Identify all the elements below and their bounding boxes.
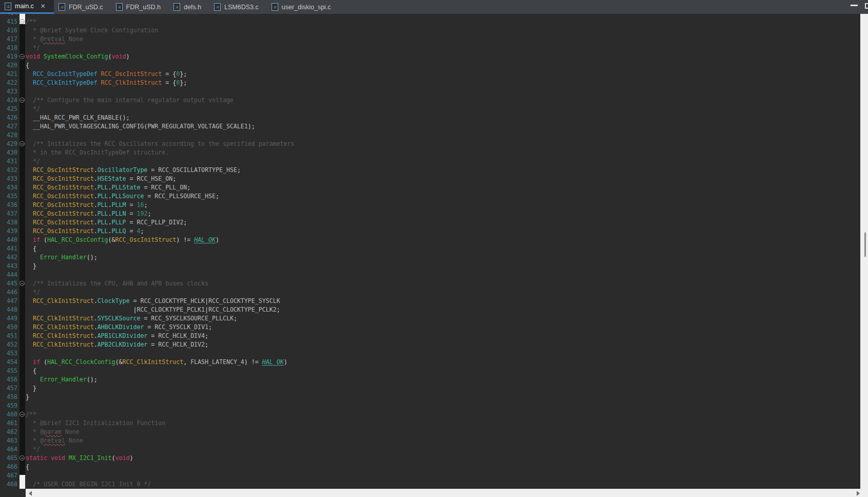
code-line[interactable]: 432 RCC_OscInitStruct.OscillatorType = R… (0, 166, 860, 175)
code-line[interactable]: 425 */ (0, 105, 860, 113)
code-line[interactable]: 416 * @brief System Clock Configuration (0, 26, 860, 35)
code-line[interactable]: 429 /** Initializes the RCC Oscillators … (0, 140, 860, 148)
fold-margin (20, 122, 25, 131)
code-line[interactable]: 467 (0, 471, 860, 480)
code-line[interactable]: 435 RCC_OscInitStruct.PLL.PLLSource = RC… (0, 192, 860, 201)
fold-margin (20, 454, 25, 463)
code-line[interactable]: 447 RCC_ClkInitStruct.ClockType = RCC_CL… (0, 297, 860, 305)
code-line[interactable]: 458} (0, 393, 860, 402)
code-text: if (HAL_RCC_OscConfig(&RCC_OscInitStruct… (25, 236, 219, 244)
code-line[interactable]: 418 */ (0, 44, 860, 52)
scroll-right-arrow-icon[interactable] (857, 491, 860, 496)
code-line[interactable]: 457 } (0, 384, 860, 393)
fold-collapse-icon[interactable] (20, 281, 25, 286)
code-line[interactable]: 464 */ (0, 445, 860, 454)
code-line[interactable]: 420{ (0, 61, 860, 70)
line-number: 423 (0, 87, 20, 96)
code-editor[interactable]: 414415/**416 * @brief System Clock Confi… (0, 14, 860, 489)
code-line[interactable]: 417 * @retval None (0, 35, 860, 44)
code-line[interactable]: 437 RCC_OscInitStruct.PLL.PLLN = 192; (0, 209, 860, 218)
line-number: 419 (0, 52, 20, 61)
tab-main.c[interactable]: .cmain.c✕ (0, 0, 54, 14)
tab-LSM6DS3.c[interactable]: .cLSM6DS3.c (209, 0, 267, 14)
code-line[interactable]: 431 */ (0, 157, 860, 166)
code-line[interactable]: 456 Error_Handler(); (0, 375, 860, 384)
fold-margin (20, 297, 25, 305)
fold-margin (20, 131, 25, 140)
code-line[interactable]: 453 (0, 349, 860, 358)
line-number: 443 (0, 262, 20, 271)
code-line[interactable]: 461 * @brief I2C1 Initialization Functio… (0, 419, 860, 428)
fold-collapse-icon[interactable] (20, 98, 25, 103)
code-line[interactable]: 455 { (0, 367, 860, 375)
tab-close-icon[interactable]: ✕ (41, 3, 46, 10)
fold-margin (20, 471, 25, 480)
tab-user_diskio_spi.c[interactable]: .cuser_diskio_spi.c (267, 0, 339, 14)
tab-FDR_uSD.c[interactable]: .cFDR_uSD.c (54, 0, 111, 14)
minimize-icon[interactable] (851, 5, 858, 6)
fold-collapse-icon[interactable] (20, 455, 25, 461)
code-line[interactable]: 428 (0, 131, 860, 140)
tab-FDR_uSD.h[interactable]: .cFDR_uSD.h (111, 0, 169, 14)
code-line[interactable]: 441 { (0, 244, 860, 253)
code-line[interactable]: 468 /* USER CODE BEGIN I2C1 Init 0 */ (0, 480, 860, 489)
code-line[interactable]: 430 * in the RCC_OscInitTypeDef structur… (0, 148, 860, 157)
tab-label: LSM6DS3.c (224, 4, 259, 11)
code-line[interactable]: 423 (0, 87, 860, 96)
code-line[interactable]: 421 RCC_OscInitTypeDef RCC_OscInitStruct… (0, 70, 860, 79)
code-line[interactable]: 446 */ (0, 288, 860, 297)
line-number: 461 (0, 419, 20, 428)
line-number: 434 (0, 183, 20, 192)
line-number: 424 (0, 96, 20, 105)
code-line[interactable]: 415/** (0, 17, 860, 26)
fold-margin (20, 271, 25, 279)
code-line[interactable]: 462 * @param None (0, 428, 860, 436)
code-line[interactable]: 443 } (0, 262, 860, 271)
fold-collapse-icon[interactable] (20, 141, 25, 146)
scroll-left-arrow-icon[interactable] (29, 491, 32, 496)
code-line[interactable]: 465static void MX_I2C1_Init(void) (0, 454, 860, 463)
code-line[interactable]: 439 RCC_OscInitStruct.PLL.PLLQ = 4; (0, 227, 860, 236)
code-line[interactable]: 442 Error_Handler(); (0, 253, 860, 262)
code-line[interactable]: 450 RCC_ClkInitStruct.AHBCLKDivider = RC… (0, 323, 860, 332)
code-line[interactable]: 445 /** Initializes the CPU, AHB and APB… (0, 279, 860, 288)
code-line[interactable]: 451 RCC_ClkInitStruct.APB1CLKDivider = R… (0, 332, 860, 340)
fold-margin (20, 244, 25, 253)
code-line[interactable]: 434 RCC_OscInitStruct.PLL.PLLState = RCC… (0, 183, 860, 192)
code-line[interactable]: 433 RCC_OscInitStruct.HSEState = RCC_HSE… (0, 175, 860, 183)
code-line[interactable]: 449 RCC_ClkInitStruct.SYSCLKSource = RCC… (0, 314, 860, 323)
code-line[interactable]: 459 (0, 402, 860, 410)
code-line[interactable]: 460/** (0, 410, 860, 419)
code-line[interactable]: 452 RCC_ClkInitStruct.APB2CLKDivider = R… (0, 340, 860, 349)
fold-collapse-icon[interactable] (20, 19, 25, 24)
vertical-scrollbar-thumb[interactable] (864, 233, 866, 257)
code-line[interactable]: 440 if (HAL_RCC_OscConfig(&RCC_OscInitSt… (0, 236, 860, 244)
horizontal-scrollbar[interactable] (26, 489, 868, 497)
line-number: 446 (0, 288, 20, 297)
fold-margin (20, 183, 25, 192)
code-line[interactable]: 424 /** Configure the main internal regu… (0, 96, 860, 105)
maximize-icon[interactable] (865, 3, 868, 9)
code-line[interactable]: 436 RCC_OscInitStruct.PLL.PLLM = 16; (0, 201, 860, 209)
code-line[interactable]: 419void SystemClock_Config(void) (0, 52, 860, 61)
fold-collapse-icon[interactable] (20, 412, 25, 417)
code-text: RCC_ClkInitStruct.AHBCLKDivider = RCC_SY… (25, 323, 212, 332)
fold-margin (20, 26, 25, 35)
code-line[interactable]: 463 * @retval None (0, 436, 860, 445)
code-line[interactable]: 427 __HAL_PWR_VOLTAGESCALING_CONFIG(PWR_… (0, 122, 860, 131)
code-text: if (HAL_RCC_ClockConfig(&RCC_ClkInitStru… (25, 358, 287, 367)
fold-collapse-icon[interactable] (20, 54, 25, 59)
code-text: * @retval None (25, 35, 83, 44)
tab-defs.h[interactable]: .cdefs.h (169, 0, 209, 14)
code-line[interactable]: 448 |RCC_CLOCKTYPE_PCLK1|RCC_CLOCKTYPE_P… (0, 305, 860, 314)
code-line[interactable]: 426 __HAL_RCC_PWR_CLK_ENABLE(); (0, 113, 860, 122)
code-line[interactable]: 466{ (0, 463, 860, 471)
fold-margin (20, 445, 25, 454)
code-line[interactable]: 444 (0, 271, 860, 279)
line-number: 444 (0, 271, 20, 279)
code-line[interactable]: 438 RCC_OscInitStruct.PLL.PLLP = RCC_PLL… (0, 218, 860, 227)
code-line[interactable]: 422 RCC_ClkInitTypeDef RCC_ClkInitStruct… (0, 79, 860, 87)
vertical-scrollbar[interactable] (860, 14, 868, 497)
code-line[interactable]: 454 if (HAL_RCC_ClockConfig(&RCC_ClkInit… (0, 358, 860, 367)
fold-margin (20, 436, 25, 445)
